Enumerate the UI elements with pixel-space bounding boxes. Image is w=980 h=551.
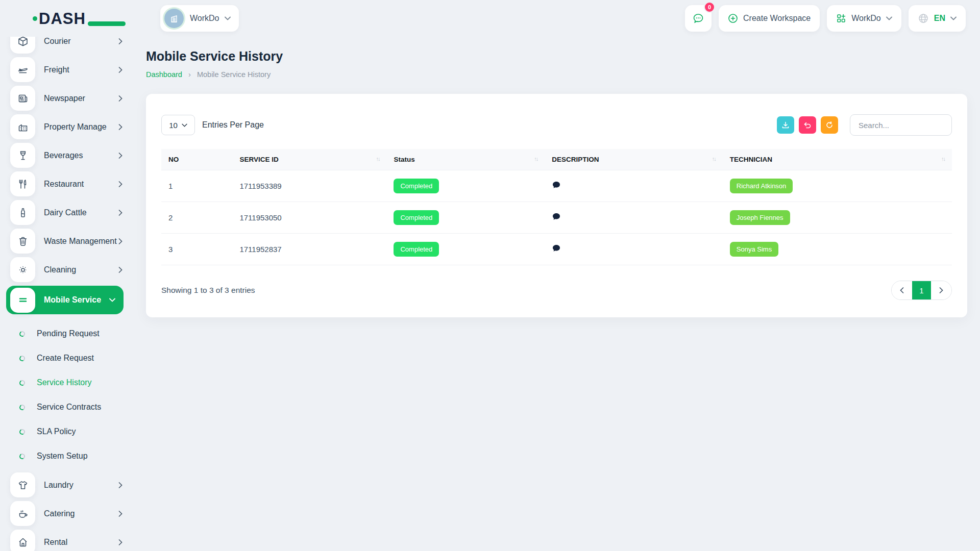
- wine-glass-icon: [10, 143, 35, 168]
- cell-description: [545, 202, 723, 234]
- mobile-service-submenu: Pending Request Create Request Service H…: [10, 318, 131, 472]
- submenu-item-service-contracts[interactable]: Service Contracts: [10, 395, 131, 419]
- sort-icon[interactable]: ↑↓: [376, 156, 379, 162]
- sidebar-item-waste-management[interactable]: Waste Management: [10, 229, 131, 254]
- cell-description: [545, 170, 723, 202]
- submenu-item-label: System Setup: [37, 452, 88, 461]
- submenu-item-service-history[interactable]: Service History: [10, 370, 131, 395]
- entries-per-page-select[interactable]: 10: [161, 115, 195, 135]
- table-actions: [777, 114, 952, 136]
- download-icon: [781, 121, 790, 129]
- sidebar-item-rental[interactable]: Rental: [10, 530, 131, 551]
- breadcrumb: Dashboard › Mobile Service History: [146, 70, 967, 79]
- sidebar-item-beverages[interactable]: Beverages: [10, 143, 131, 168]
- sidebar-item-restaurant[interactable]: Restaurant: [10, 171, 131, 196]
- submenu-item-pending-request[interactable]: Pending Request: [10, 321, 131, 346]
- column-header-technician[interactable]: ↑↓TECHNICIAN: [723, 149, 952, 170]
- sort-icon[interactable]: ↑↓: [941, 156, 945, 162]
- workspace-selector[interactable]: WorkDo: [160, 5, 239, 32]
- column-header-description[interactable]: ↑↓DESCRIPTION: [545, 149, 723, 170]
- bullet-icon: [19, 330, 26, 337]
- chevron-down-icon: [109, 298, 115, 302]
- bullet-icon: [19, 379, 26, 386]
- table-controls: 10 Entries Per Page: [161, 114, 952, 136]
- submenu-item-label: Pending Request: [37, 329, 100, 338]
- submenu-item-create-request[interactable]: Create Request: [10, 346, 131, 370]
- logo-bar-icon: [88, 21, 126, 26]
- chevron-right-icon: [118, 238, 122, 244]
- previous-page-button[interactable]: [892, 281, 912, 299]
- chevron-right-icon: [118, 95, 122, 102]
- chevron-right-icon: [118, 267, 122, 273]
- cell-technician: Richard Atkinson: [723, 170, 952, 202]
- refresh-icon: [825, 121, 834, 129]
- entries-summary: Showing 1 to 3 of 3 entries: [161, 286, 255, 295]
- create-workspace-button[interactable]: Create Workspace: [719, 5, 820, 32]
- description-chat-icon[interactable]: [552, 212, 561, 221]
- shirt-icon: [10, 472, 35, 497]
- workspace-name: WorkDo: [190, 14, 219, 23]
- chat-bubble-icon: [692, 12, 704, 24]
- chevron-right-icon: [118, 38, 122, 44]
- column-header-status[interactable]: ↑↓Status: [386, 149, 545, 170]
- sidebar-item-laundry[interactable]: Laundry: [10, 472, 131, 497]
- entries-per-page-value: 10: [169, 121, 178, 130]
- language-label: EN: [934, 14, 945, 23]
- sidebar-item-freight[interactable]: Freight: [10, 57, 131, 82]
- sort-icon[interactable]: ↑↓: [712, 156, 716, 162]
- chevron-down-icon: [182, 123, 187, 127]
- status-badge: Completed: [394, 210, 439, 225]
- sidebar-item-label: Laundry: [44, 481, 74, 490]
- top-bar: DASH WorkDo 0 Cr: [0, 0, 980, 37]
- description-chat-icon[interactable]: [552, 181, 561, 190]
- description-chat-icon[interactable]: [552, 244, 561, 253]
- breadcrumb-separator-icon: ›: [188, 70, 191, 79]
- table-header-row: NO ↑↓SERVICE ID ↑↓Status ↑↓DESCRIPTION ↑…: [161, 149, 952, 170]
- workspace-avatar: [164, 9, 184, 28]
- sidebar: Courier Freight Newspaper Property Manag…: [0, 29, 131, 551]
- bullet-icon: [19, 428, 26, 435]
- reset-button[interactable]: [799, 116, 816, 134]
- sidebar-item-dairy-cattle[interactable]: Dairy Cattle: [10, 200, 131, 225]
- cell-no: 3: [161, 234, 232, 265]
- logo-text: DASH: [39, 11, 86, 27]
- home-icon: [10, 530, 35, 551]
- sidebar-item-cleaning[interactable]: Cleaning: [10, 257, 131, 282]
- newspaper-icon: [10, 86, 35, 111]
- service-history-card: 10 Entries Per Page NO: [146, 94, 967, 317]
- refresh-button[interactable]: [821, 116, 838, 134]
- app-switcher-label: WorkDo: [851, 14, 881, 23]
- sidebar-item-property-manage[interactable]: Property Manage: [10, 114, 131, 139]
- bullet-icon: [19, 453, 26, 459]
- technician-badge: Joseph Fiennes: [730, 210, 790, 225]
- undo-arrow-icon: [803, 121, 812, 129]
- submenu-item-system-setup[interactable]: System Setup: [10, 444, 131, 468]
- sidebar-item-mobile-service[interactable]: Mobile Service: [6, 286, 124, 314]
- messages-button[interactable]: 0: [685, 5, 712, 32]
- cell-status: Completed: [386, 202, 545, 234]
- cell-no: 2: [161, 202, 232, 234]
- submenu-item-sla-policy[interactable]: SLA Policy: [10, 419, 131, 444]
- export-button[interactable]: [777, 116, 794, 134]
- submenu-item-label: Service Contracts: [37, 403, 101, 412]
- search-input[interactable]: [850, 114, 952, 136]
- table-footer: Showing 1 to 3 of 3 entries 1: [161, 281, 952, 300]
- column-header-service-id[interactable]: ↑↓SERVICE ID: [232, 149, 386, 170]
- page-number-active[interactable]: 1: [912, 281, 931, 299]
- chevron-right-icon: [118, 511, 122, 517]
- sidebar-item-label: Courier: [44, 37, 70, 46]
- language-selector[interactable]: EN: [909, 5, 966, 32]
- building-icon: [169, 13, 179, 23]
- next-page-button[interactable]: [931, 281, 951, 299]
- sidebar-item-label: Restaurant: [44, 180, 84, 189]
- submenu-item-label: SLA Policy: [37, 427, 76, 436]
- sidebar-item-newspaper[interactable]: Newspaper: [10, 86, 131, 111]
- app-switcher[interactable]: WorkDo: [827, 5, 901, 32]
- sidebar-item-catering[interactable]: Catering: [10, 501, 131, 526]
- app-logo[interactable]: DASH: [33, 11, 99, 27]
- cell-status: Completed: [386, 170, 545, 202]
- plane-icon: [10, 57, 35, 82]
- sort-icon[interactable]: ↑↓: [534, 156, 537, 162]
- globe-icon: [918, 13, 929, 24]
- breadcrumb-dashboard-link[interactable]: Dashboard: [146, 70, 182, 79]
